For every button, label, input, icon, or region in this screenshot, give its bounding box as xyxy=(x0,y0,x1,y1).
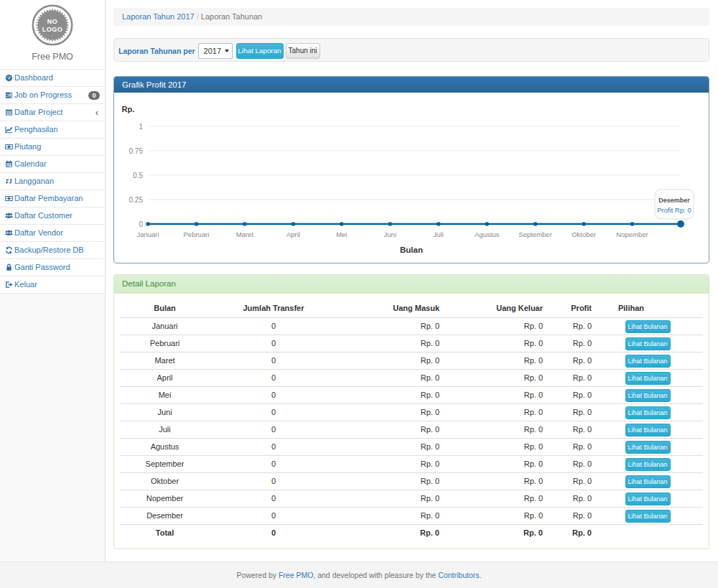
svg-text:Rp.: Rp. xyxy=(122,105,135,113)
svg-text:Bulan: Bulan xyxy=(400,246,423,254)
svg-text:0.75: 0.75 xyxy=(129,147,144,155)
svg-text:1: 1 xyxy=(139,123,143,131)
svg-text:LOGO: LOGO xyxy=(42,26,63,33)
svg-text:September: September xyxy=(518,230,551,238)
svg-text:0.5: 0.5 xyxy=(133,172,143,179)
svg-text:Oktober: Oktober xyxy=(572,230,596,238)
svg-text:Pebruari: Pebruari xyxy=(184,230,210,238)
svg-text:Mei: Mei xyxy=(336,230,347,238)
svg-text:Desember: Desember xyxy=(658,197,690,204)
svg-text:Juni: Juni xyxy=(384,230,396,238)
svg-text:Agustus: Agustus xyxy=(475,230,500,238)
svg-text:April: April xyxy=(286,230,300,238)
svg-text:NO: NO xyxy=(47,18,58,25)
svg-text:Januari: Januari xyxy=(136,230,159,238)
svg-text:0: 0 xyxy=(139,220,143,228)
svg-text:0.25: 0.25 xyxy=(129,196,144,204)
svg-text:Maret: Maret xyxy=(236,230,254,238)
svg-text:Nopember: Nopember xyxy=(616,230,648,238)
svg-text:Profit Rp: 0: Profit Rp: 0 xyxy=(657,206,691,214)
svg-text:Juli: Juli xyxy=(434,230,444,238)
